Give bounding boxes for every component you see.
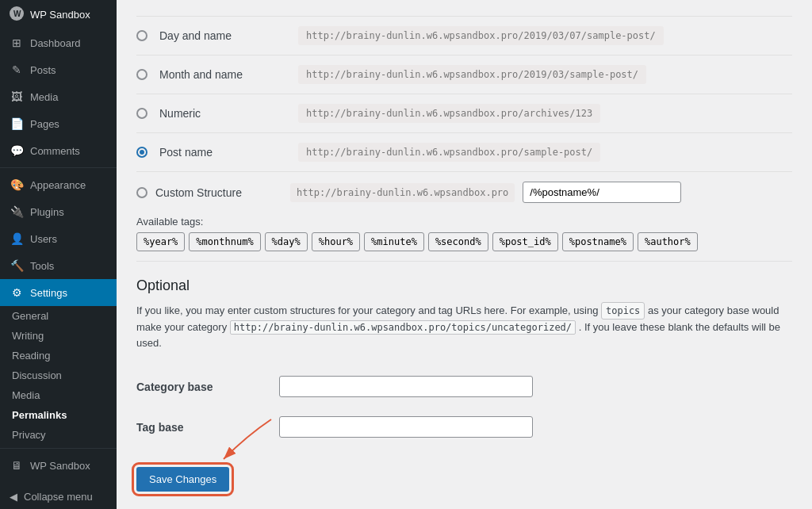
tag-button[interactable]: %hour% [312, 232, 360, 251]
sidebar-logo[interactable]: W WP Sandbox [0, 0, 117, 29]
comments-icon: 💬 [10, 144, 24, 158]
optional-description: If you like, you may enter custom struct… [136, 302, 792, 350]
radio-post-name[interactable] [136, 147, 147, 158]
sidebar-item-media[interactable]: 🖼 Media [0, 83, 117, 110]
option-url-month-name: http://brainy-dunlin.w6.wpsandbox.pro/20… [298, 65, 646, 84]
sidebar-item-settings[interactable]: ⚙ Settings [0, 279, 117, 306]
option-row-month-name: Month and name http://brainy-dunlin.w6.w… [136, 55, 792, 94]
category-base-label: Category base [136, 381, 263, 393]
option-row-custom: Custom Structure http://brainy-dunlin.w6… [136, 172, 792, 262]
category-base-row: Category base [136, 366, 792, 407]
sidebar-wp-sandbox-label: WP Sandbox [30, 460, 90, 472]
url-example: http://brainy-dunlin.w6.wpsandbox.pro/to… [230, 320, 576, 335]
sidebar-divider [0, 167, 117, 168]
arrow-to-permalinks [117, 316, 136, 475]
option-row-numeric: Numeric http://brainy-dunlin.w6.wpsandbo… [136, 94, 792, 133]
tag-base-row: Tag base [136, 407, 792, 447]
svg-text:W: W [13, 10, 21, 18]
sidebar-submenu-writing[interactable]: Writing [0, 326, 117, 346]
permalink-options: Day and name http://brainy-dunlin.w6.wps… [136, 16, 792, 262]
option-label-day-name: Day and name [159, 29, 286, 42]
collapse-icon: ◀ [10, 491, 17, 503]
media-icon: 🖼 [10, 90, 24, 104]
users-icon: 👤 [10, 232, 24, 246]
custom-url-prefix: http://brainy-dunlin.w6.wpsandbox.pro [290, 183, 515, 202]
tools-icon: 🔨 [10, 258, 24, 273]
available-tags-section: Available tags: %year%%monthnum%%day%%ho… [136, 216, 698, 251]
sidebar-item-label: Tools [30, 260, 54, 272]
sidebar-submenu-discussion[interactable]: Discussion [0, 365, 117, 385]
option-url-post-name: http://brainy-dunlin.w6.wpsandbox.pro/sa… [298, 143, 600, 162]
sidebar-item-comments[interactable]: 💬 Comments [0, 137, 117, 164]
sidebar: W WP Sandbox ⊞ Dashboard ✎ Posts 🖼 Media… [0, 0, 117, 509]
option-label-custom: Custom Structure [155, 186, 282, 199]
topics-badge: topics [601, 302, 645, 320]
option-url-day-name: http://brainy-dunlin.w6.wpsandbox.pro/20… [298, 26, 664, 45]
appearance-icon: 🎨 [10, 178, 24, 192]
tag-button[interactable]: %monthnum% [189, 232, 260, 251]
sidebar-item-label: Appearance [30, 179, 86, 191]
tag-button[interactable]: %day% [265, 232, 308, 251]
sidebar-item-label: Dashboard [30, 37, 81, 49]
wp-sandbox-icon: 🖥 [10, 458, 24, 473]
sidebar-item-label: Pages [30, 118, 59, 130]
radio-custom[interactable] [136, 187, 147, 198]
tag-button[interactable]: %author% [638, 232, 698, 251]
radio-month-name[interactable] [136, 69, 147, 80]
option-label-post-name: Post name [159, 146, 286, 159]
option-url-numeric: http://brainy-dunlin.w6.wpsandbox.pro/ar… [298, 104, 600, 123]
sidebar-item-label: Media [30, 91, 58, 103]
radio-day-name[interactable] [136, 30, 147, 41]
tag-button[interactable]: %minute% [364, 232, 424, 251]
settings-icon: ⚙ [10, 285, 24, 300]
custom-structure-input[interactable] [523, 182, 681, 203]
sidebar-item-label: Users [30, 233, 57, 245]
sidebar-submenu-media[interactable]: Media [0, 385, 117, 405]
sidebar-item-posts[interactable]: ✎ Posts [0, 56, 117, 83]
tag-base-input[interactable] [279, 416, 533, 438]
settings-submenu: General Writing Reading Discussion Media… [0, 306, 117, 445]
sidebar-item-plugins[interactable]: 🔌 Plugins [0, 198, 117, 225]
wp-icon: W [10, 6, 24, 23]
sidebar-item-label: Settings [30, 287, 67, 299]
sidebar-item-users[interactable]: 👤 Users [0, 225, 117, 252]
sidebar-submenu-privacy[interactable]: Privacy [0, 425, 117, 445]
radio-numeric[interactable] [136, 108, 147, 119]
tag-button[interactable]: %second% [428, 232, 488, 251]
option-row-post-name: Post name http://brainy-dunlin.w6.wpsand… [136, 133, 792, 172]
plugins-icon: 🔌 [10, 205, 24, 219]
sidebar-item-pages[interactable]: 📄 Pages [0, 110, 117, 137]
sidebar-logo-label: WP Sandbox [30, 9, 90, 21]
sidebar-item-wp-sandbox[interactable]: 🖥 WP Sandbox [0, 452, 117, 479]
sidebar-submenu-reading[interactable]: Reading [0, 346, 117, 365]
category-base-input[interactable] [279, 376, 533, 397]
sidebar-item-tools[interactable]: 🔨 Tools [0, 252, 117, 279]
collapse-menu-button[interactable]: ◀ Collapse menu [0, 484, 117, 509]
tags-row: %year%%monthnum%%day%%hour%%minute%%seco… [136, 232, 698, 251]
optional-desc-part1: If you like, you may enter custom struct… [136, 304, 598, 316]
custom-structure-row: Custom Structure http://brainy-dunlin.w6… [136, 182, 681, 203]
main-content: Day and name http://brainy-dunlin.w6.wps… [117, 0, 812, 509]
collapse-label: Collapse menu [24, 491, 93, 503]
sidebar-divider-2 [0, 448, 117, 449]
tag-button[interactable]: %post_id% [492, 232, 558, 251]
option-label-numeric: Numeric [159, 107, 286, 120]
save-changes-button[interactable]: Save Changes [136, 467, 229, 492]
tag-base-label: Tag base [136, 421, 263, 434]
sidebar-item-label: Posts [30, 64, 56, 76]
dashboard-icon: ⊞ [10, 36, 24, 50]
pages-icon: 📄 [10, 117, 24, 131]
option-row-day-name: Day and name http://brainy-dunlin.w6.wps… [136, 16, 792, 55]
optional-title: Optional [136, 277, 792, 294]
sidebar-submenu-general[interactable]: General [0, 306, 117, 326]
posts-icon: ✎ [10, 63, 24, 77]
sidebar-item-dashboard[interactable]: ⊞ Dashboard [0, 29, 117, 56]
tag-button[interactable]: %year% [136, 232, 185, 251]
sidebar-submenu-permalinks[interactable]: Permalinks [0, 405, 117, 425]
tag-button[interactable]: %postname% [562, 232, 634, 251]
sidebar-item-label: Plugins [30, 206, 64, 218]
option-label-month-name: Month and name [159, 68, 286, 81]
available-tags-label: Available tags: [136, 216, 698, 228]
optional-section: Optional If you like, you may enter cust… [136, 277, 792, 492]
sidebar-item-appearance[interactable]: 🎨 Appearance [0, 171, 117, 198]
